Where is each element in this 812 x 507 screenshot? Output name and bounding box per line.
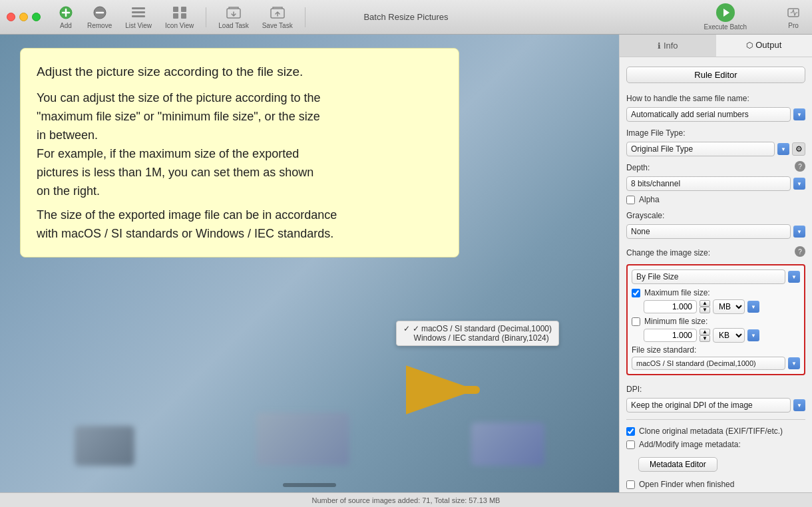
maximize-button[interactable]	[32, 13, 41, 21]
execute-batch-button[interactable]: Execute Batch	[699, 2, 752, 32]
grayscale-row: None	[626, 224, 805, 239]
alpha-checkbox[interactable]	[626, 196, 635, 204]
depth-value: 8 bits/channel	[631, 179, 680, 188]
save-task-button[interactable]: Save Task	[258, 3, 297, 31]
tab-output-label: Output	[755, 40, 781, 50]
change-size-section: By File Size Maximum file size: ▲ ▼	[626, 264, 805, 375]
save-task-label: Save Task	[262, 22, 293, 29]
icon-view-label: Icon View	[165, 22, 194, 29]
horizontal-scrollbar[interactable]	[283, 483, 336, 487]
min-unit-dropdown-arrow[interactable]	[747, 329, 759, 341]
list-view-button[interactable]: List View	[121, 3, 156, 31]
dpi-dropdown-arrow[interactable]	[793, 399, 805, 411]
pro-label: Pro	[788, 22, 799, 29]
add-label: Add	[60, 22, 72, 29]
clone-metadata-checkbox[interactable]	[626, 427, 635, 436]
toolbar-separator-2	[305, 7, 305, 27]
remove-button[interactable]: Remove	[83, 3, 116, 31]
load-task-label: Load Task	[218, 22, 248, 29]
rule-editor-button[interactable]: Rule Editor	[626, 67, 805, 83]
minimize-button[interactable]	[19, 13, 28, 21]
icon-view-button[interactable]: Icon View	[161, 3, 198, 31]
dpi-label: DPI:	[626, 385, 805, 394]
grayscale-value: None	[631, 227, 650, 236]
depth-select-row: 8 bits/channel	[626, 176, 805, 191]
file-size-standard-dropdown-arrow[interactable]	[788, 357, 800, 369]
image-file-type-dropdown-arrow[interactable]	[777, 143, 789, 155]
max-file-unit-select[interactable]: MB KB GB	[713, 299, 745, 314]
svg-rect-11	[181, 13, 186, 19]
change-size-select[interactable]: By File Size	[632, 269, 785, 284]
image-file-type-settings[interactable]: ⚙	[792, 142, 805, 156]
metadata-editor-button[interactable]: Metadata Editor	[638, 457, 717, 472]
file-size-standard-value: macOS / SI standard (Decimal,1000)	[636, 359, 756, 367]
dpi-row: Keep the original DPI of the image	[626, 398, 805, 413]
save-task-icon	[270, 5, 286, 21]
open-finder-checkbox[interactable]	[626, 480, 635, 489]
file-size-standard-row: macOS / SI standard (Decimal,1000)	[632, 357, 800, 370]
tab-output[interactable]: ⬡ Output	[716, 35, 813, 57]
add-metadata-checkbox[interactable]	[626, 440, 635, 449]
icon-view-icon	[172, 5, 188, 21]
max-file-size-stepper-down[interactable]: ▼	[700, 307, 710, 313]
open-finder-row: Open Finder when finished	[626, 480, 805, 489]
clone-metadata-row: Clone original metadata (EXIF/TIFF/etc.)	[626, 426, 805, 436]
tooltip-option-1: ✓ ✓ macOS / SI standard (Decimal,1000)	[403, 324, 552, 333]
change-size-help-icon[interactable]: ?	[795, 246, 805, 257]
panel-content: Rule Editor How to handle the same file …	[620, 57, 812, 492]
tab-info-label: Info	[664, 41, 678, 51]
metadata-editor-label: Metadata Editor	[650, 460, 706, 469]
max-file-size-input-row: ▲ ▼ MB KB GB	[632, 299, 800, 314]
dpi-select[interactable]: Keep the original DPI of the image	[626, 398, 791, 413]
thumbnail-3	[471, 422, 544, 466]
thumbnail-2	[256, 413, 349, 466]
change-size-label: Change the image size:	[626, 248, 710, 257]
load-task-button[interactable]: Load Task	[214, 3, 252, 31]
min-file-size-input-row: ▲ ▼ KB MB GB	[632, 328, 800, 343]
min-file-size-label: Minimum file size:	[644, 317, 708, 326]
same-file-select[interactable]: Automatically add serial numbers	[626, 107, 791, 122]
same-file-value: Automatically add serial numbers	[631, 110, 749, 119]
statusbar-text: Number of source images added: 71, Total…	[312, 496, 501, 504]
min-file-size-stepper: ▲ ▼	[700, 329, 710, 342]
info-text-2: You can adjust the size of the picture a…	[37, 89, 443, 200]
pro-icon	[785, 5, 801, 21]
statusbar: Number of source images added: 71, Total…	[0, 492, 812, 507]
image-area: Adjust the picture size according to the…	[0, 35, 619, 492]
info-box: Adjust the picture size according to the…	[20, 48, 459, 257]
panel-tabs: ℹ Info ⬡ Output	[620, 35, 812, 57]
min-file-size-checkbox-row: Minimum file size:	[632, 317, 800, 326]
max-file-size-checkbox-row: Maximum file size:	[632, 288, 800, 297]
min-file-size-stepper-up[interactable]: ▲	[700, 329, 710, 335]
info-text-1: Adjust the picture size according to the…	[37, 62, 443, 81]
close-button[interactable]	[7, 13, 15, 21]
same-file-dropdown-arrow[interactable]	[793, 108, 805, 120]
list-view-icon	[130, 5, 146, 21]
add-button[interactable]: Add	[54, 3, 78, 31]
max-file-size-input[interactable]	[644, 300, 697, 313]
depth-select[interactable]: 8 bits/channel	[626, 176, 791, 191]
tab-info[interactable]: ℹ Info	[620, 35, 716, 57]
min-file-size-input[interactable]	[644, 329, 697, 342]
change-size-dropdown-arrow[interactable]	[788, 271, 800, 283]
toolbar-separator-1	[206, 7, 206, 27]
file-size-standard-select[interactable]: macOS / SI standard (Decimal,1000)	[632, 357, 785, 370]
min-file-unit-select[interactable]: KB MB GB	[713, 328, 745, 343]
max-file-size-stepper-up[interactable]: ▲	[700, 300, 710, 307]
svg-rect-6	[132, 11, 145, 13]
pro-button[interactable]: Pro	[781, 3, 805, 31]
min-file-size-checkbox[interactable]	[632, 317, 640, 326]
alpha-label: Alpha	[639, 195, 660, 204]
grayscale-dropdown-arrow[interactable]	[793, 226, 805, 238]
depth-dropdown-arrow[interactable]	[793, 178, 805, 190]
divider-1	[626, 419, 805, 420]
depth-label: Depth:	[626, 163, 650, 172]
min-file-size-stepper-down[interactable]: ▼	[700, 335, 710, 342]
clone-metadata-label: Clone original metadata (EXIF/TIFF/etc.)	[639, 426, 783, 436]
max-file-size-checkbox[interactable]	[632, 289, 640, 297]
depth-help-icon[interactable]: ?	[795, 161, 805, 172]
image-file-type-select[interactable]: Original File Type	[626, 142, 775, 156]
max-unit-dropdown-arrow[interactable]	[747, 301, 759, 313]
grayscale-select[interactable]: None	[626, 224, 791, 239]
svg-rect-5	[132, 7, 145, 9]
